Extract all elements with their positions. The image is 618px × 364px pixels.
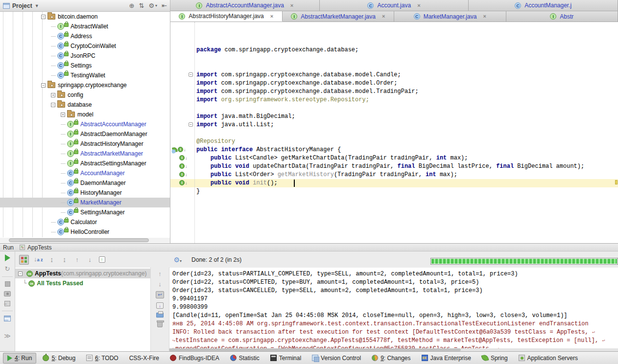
toolwindow-button-6-todo[interactable]: 6: TODO (82, 353, 123, 364)
test-results-tree[interactable]: − OK AppTests (com.springapp.cryptoexcha… (15, 268, 151, 351)
tree-item-AbstractHistoryManager[interactable]: IAbstractHistoryManager (0, 139, 170, 149)
export-results-icon[interactable]: ↑ (99, 256, 105, 263)
hide-panel-icon[interactable]: ⇤ (162, 2, 167, 9)
fold-marker-icon[interactable]: − (189, 122, 193, 127)
close-icon[interactable]: × (417, 3, 420, 8)
tree-item-Calculator[interactable]: CCalculator (0, 217, 170, 227)
collapse-icon[interactable]: − (41, 83, 46, 88)
toolwindow-button-java-enterprise[interactable]: EEJava Enterprise (417, 353, 475, 364)
code-area[interactable]: package com.springapp.cryptoexchange.dat… (195, 46, 618, 196)
tree-item-CryptoCoinWallet[interactable]: CCryptoCoinWallet (0, 41, 170, 51)
tree-item-HelloController[interactable]: CHelloController (0, 227, 170, 237)
tree-item-DaemonManager[interactable]: CDaemonManager (0, 178, 170, 188)
tree-item-springapp.cryptoexchange[interactable]: −springapp.cryptoexchange (0, 80, 170, 90)
tree-item-TestingWallet[interactable]: CTestingWallet (0, 70, 170, 80)
implemented-icon[interactable]: I (179, 180, 185, 185)
project-view-selector[interactable]: Project (12, 2, 32, 9)
editor-tab-MarketManager.java[interactable]: CMarketManager.java× (394, 11, 506, 22)
tree-item-bitcoin.daemon[interactable]: −bitcoin.daemon (0, 12, 170, 22)
soft-wrap-icon[interactable]: ↩ (156, 291, 164, 298)
spring-bean-icon[interactable] (172, 147, 178, 153)
implemented-icon[interactable]: I (179, 163, 185, 169)
expand-all-icon[interactable]: ↨ (48, 256, 56, 263)
scroll-to-end-icon[interactable]: ↓ (156, 302, 164, 309)
tree-item-config[interactable]: +config (0, 90, 170, 100)
tree-item-database[interactable]: −database (0, 100, 170, 110)
run-tab-apptests[interactable]: AppTests (27, 244, 51, 251)
previous-icon[interactable]: ↑ (73, 256, 81, 263)
tree-item-AbstractMarketManager[interactable]: IAbstractMarketManager (0, 149, 170, 159)
tree-item-AbstractAccountManager[interactable]: IAbstractAccountManager (0, 119, 170, 129)
editor-tab-AbstractAccountManager.java[interactable]: IAbstractAccountManager.java× (170, 0, 320, 11)
tree-item-Address[interactable]: CAddress (0, 31, 170, 41)
toolwindow-button-4-run[interactable]: 4: Run (3, 353, 36, 364)
sort-alpha-icon[interactable]: ↓a z (34, 256, 43, 263)
tree-item-SettingsManager[interactable]: CSettingsManager (0, 207, 170, 217)
tree-item-MarketManager[interactable]: CMarketManager (0, 198, 170, 207)
editor-tab-AbstractHistoryManager.java[interactable]: IAbstractHistoryManager.java× (170, 11, 283, 22)
split-icon[interactable]: ⇅ (139, 2, 144, 9)
toolwindow-button-terminal[interactable]: Terminal (266, 353, 306, 364)
collapse-icon[interactable]: − (41, 15, 46, 19)
tree-item-HistoryManager[interactable]: CHistoryManager (0, 188, 170, 198)
toolwindow-button-findbugs-idea[interactable]: FindBugs-IDEA (166, 353, 224, 364)
editor-tab-AbstractMarketManager.java[interactable]: IAbstractMarketManager.java× (283, 11, 395, 22)
rerun-icon[interactable] (5, 254, 10, 261)
collapse-icon[interactable]: − (51, 103, 55, 107)
toolwindow-button-statistic[interactable]: Statistic (226, 353, 264, 364)
tree-item-label: Settings (71, 62, 92, 69)
stop-icon[interactable] (5, 281, 10, 287)
test-root-row[interactable]: − OK AppTests (com.springapp.cryptoexcha… (15, 269, 150, 278)
snapshot-icon[interactable] (4, 291, 11, 296)
locate-icon[interactable]: ⊕ (129, 2, 135, 9)
tree-item-AccountManager[interactable]: CAccountManager (0, 168, 170, 178)
toolwindow-button-version-control[interactable]: Version Control (308, 353, 365, 364)
tree-item-Settings[interactable]: CSettings (0, 61, 170, 70)
filter-passed-icon[interactable] (19, 255, 29, 265)
next-icon[interactable]: ↓ (86, 256, 94, 263)
toolwindow-button-5-debug[interactable]: 5: Debug (38, 353, 80, 364)
up-stack-icon[interactable]: ↑ (158, 271, 162, 277)
editor-tab-Account.java[interactable]: CAccount.java× (320, 0, 469, 11)
more-icon[interactable]: ≫ (4, 333, 11, 339)
editor-tab-AccountManager.j[interactable]: CAccountManager.j (469, 0, 618, 11)
toolwindow-button-application-servers[interactable]: Application Servers (514, 353, 582, 364)
code-editor[interactable]: −−I↓I↓I↓I↓I↓ package com.springapp.crypt… (170, 22, 618, 243)
tool-window-bar: 4: Run5: Debug6: TODOCSS-X-FireFindBugs-… (0, 351, 618, 364)
rerun-failed-icon[interactable]: ↻ (5, 266, 10, 272)
tree-item-JsonRPC[interactable]: CJsonRPC (0, 51, 170, 61)
toolwindow-button-css-x-fire[interactable]: CSS-X-Fire (125, 353, 164, 364)
expand-icon[interactable]: + (51, 93, 55, 97)
clear-console-icon[interactable] (157, 321, 163, 327)
expand-icon[interactable]: + (61, 113, 65, 117)
test-child-row[interactable]: └ OK All Tests Passed (15, 278, 150, 288)
toolwindow-button-spring[interactable]: Spring (477, 353, 512, 364)
close-icon[interactable]: × (382, 14, 385, 19)
gear-icon[interactable]: ⚙ (148, 2, 154, 9)
implemented-icon[interactable]: I (178, 147, 183, 152)
tree-item-AbstractDaemonManager[interactable]: IAbstractDaemonManager (0, 129, 170, 139)
exit-icon[interactable] (4, 301, 10, 306)
close-icon[interactable]: × (483, 14, 486, 19)
close-icon[interactable]: × (270, 14, 273, 19)
error-stripe-mark[interactable] (615, 180, 618, 184)
public-lock-icon (64, 23, 69, 27)
tree-item-label: AbstractWallet (71, 23, 108, 30)
tree-horizontal-scrollbar[interactable] (0, 238, 170, 243)
gear-icon[interactable]: ⚙▾ (174, 256, 182, 264)
tree-item-AbstractWallet[interactable]: IAbstractWallet (0, 22, 170, 31)
down-stack-icon[interactable]: ↓ (158, 281, 162, 287)
implemented-icon[interactable]: I (179, 155, 185, 160)
expander-icon[interactable]: − (18, 272, 23, 276)
tree-item-AbstractSettingsManager[interactable]: IAbstractSettingsManager (0, 159, 170, 168)
close-icon[interactable]: × (290, 3, 293, 8)
editor-tab-Abstr[interactable]: IAbstr (506, 11, 618, 22)
restore-layout-icon[interactable] (4, 316, 11, 321)
console-output[interactable]: Order(id=23, status=PARTIALLY_COMPLETED,… (169, 268, 618, 348)
fold-marker-icon[interactable]: − (189, 72, 193, 77)
toolwindow-button-9-changes[interactable]: 9: Changes (367, 353, 415, 364)
tree-item-model[interactable]: +model (0, 110, 170, 119)
collapse-all-icon[interactable]: ↨ (61, 256, 69, 263)
print-icon[interactable] (156, 313, 164, 318)
implemented-icon[interactable]: I (179, 172, 185, 177)
